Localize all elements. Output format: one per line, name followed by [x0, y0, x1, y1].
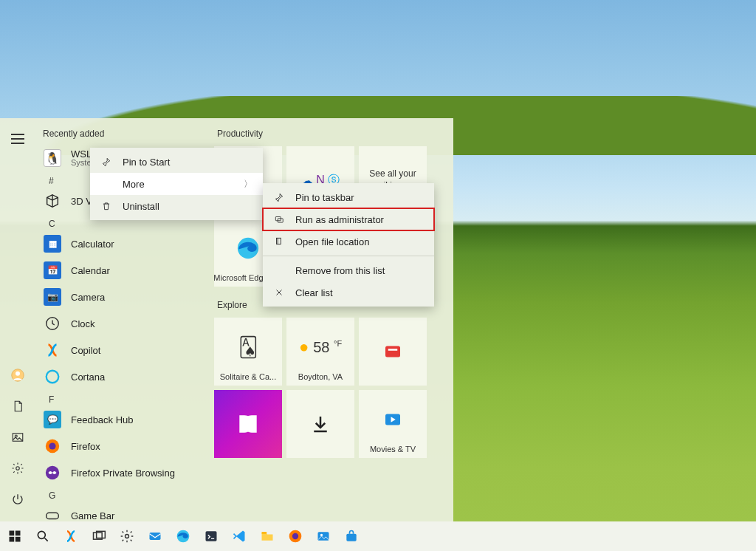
app-feedback-hub[interactable]: 💬Feedback Hub: [38, 406, 208, 433]
submenu-run-admin[interactable]: Run as administrator: [263, 208, 434, 230]
nav-hamburger-button[interactable]: [4, 126, 31, 152]
taskbar-vscode[interactable]: [227, 524, 251, 548]
menu-uninstall[interactable]: Uninstall: [90, 195, 263, 217]
app-label: Firefox: [71, 441, 204, 452]
taskbar-taskview[interactable]: [87, 524, 111, 548]
tile-download[interactable]: [286, 390, 354, 458]
app-label: Camera: [71, 292, 204, 303]
svg-rect-17: [277, 238, 281, 244]
taskbar-terminal[interactable]: [199, 524, 223, 548]
letter-header-f[interactable]: F: [38, 390, 208, 406]
menu-label: More: [123, 179, 233, 190]
svg-rect-19: [16, 531, 21, 536]
menu-label: Clear list: [295, 287, 333, 298]
pin-icon: [100, 156, 112, 168]
power-button[interactable]: [4, 486, 31, 513]
group-productivity-title[interactable]: Productivity: [217, 129, 446, 139]
trash-icon: [100, 200, 112, 212]
taskbar-firefox[interactable]: [284, 524, 307, 548]
user-account-button[interactable]: [4, 362, 31, 389]
app-label: Feedback Hub: [71, 414, 204, 425]
menu-label: Uninstall: [123, 201, 252, 212]
documents-button[interactable]: [4, 393, 31, 420]
app-label: Calculator: [71, 239, 204, 250]
menu-label: Pin to taskbar: [295, 192, 354, 203]
svg-point-6: [47, 371, 59, 383]
taskbar-edge[interactable]: [171, 524, 195, 548]
tile-label: Boydton, VA: [298, 372, 343, 381]
app-calendar[interactable]: 📅Calendar: [38, 257, 208, 284]
svg-rect-21: [16, 537, 21, 542]
settings-button[interactable]: [4, 455, 31, 482]
menu-label: Remove from this list: [295, 265, 385, 276]
tile-label: Solitaire & Ca...: [220, 372, 276, 381]
menu-label: Run as administrator: [295, 214, 384, 225]
menu-more[interactable]: More 〉: [90, 173, 263, 195]
svg-rect-13: [388, 349, 398, 351]
taskbar-copilot[interactable]: [59, 524, 83, 548]
app-firefox-private[interactable]: Firefox Private Browsing: [38, 459, 208, 486]
app-copilot[interactable]: Copilot: [38, 337, 208, 363]
svg-rect-29: [262, 532, 267, 534]
app-clock[interactable]: Clock: [38, 310, 208, 337]
start-button[interactable]: [3, 524, 27, 548]
submenu-clear-list[interactable]: Clear list: [263, 281, 434, 304]
app-camera[interactable]: 📷Camera: [38, 284, 208, 310]
taskbar-store[interactable]: [340, 524, 363, 548]
app-label: Copilot: [71, 345, 204, 356]
tile-label: Movies & TV: [370, 445, 416, 454]
taskbar-settings[interactable]: [115, 524, 139, 548]
app-label: Clock: [71, 318, 204, 329]
pictures-button[interactable]: [4, 424, 31, 451]
tile-movies-tv[interactable]: Movies & TV: [359, 390, 427, 458]
app-cortana[interactable]: Cortana: [38, 363, 208, 390]
taskbar: [0, 521, 756, 551]
svg-rect-32: [318, 532, 329, 541]
tile-solitaire[interactable]: 🂡Solitaire & Ca...: [214, 318, 282, 386]
tile-news[interactable]: [359, 318, 427, 386]
svg-rect-28: [206, 531, 217, 541]
close-icon: [273, 287, 285, 298]
context-submenu: Pin to taskbar Run as administrator Open…: [263, 183, 434, 307]
svg-point-8: [49, 442, 55, 449]
recently-added-heading: Recently added: [43, 129, 208, 139]
svg-rect-34: [346, 534, 356, 541]
menu-label: Pin to Start: [123, 157, 252, 168]
app-game-bar[interactable]: Game Bar: [38, 502, 208, 521]
taskbar-mail[interactable]: [143, 524, 167, 548]
app-calculator[interactable]: ▦Calculator: [38, 230, 208, 257]
submenu-remove-from-list[interactable]: Remove from this list: [263, 259, 434, 281]
svg-rect-18: [10, 531, 15, 536]
menu-pin-to-start[interactable]: Pin to Start: [90, 151, 263, 173]
app-label: Cortana: [71, 372, 204, 383]
app-label: Firefox Private Browsing: [71, 468, 204, 479]
menu-separator: [263, 256, 434, 256]
svg-point-31: [292, 533, 298, 539]
submenu-open-file-location[interactable]: Open file location: [263, 230, 434, 253]
chevron-right-icon: 〉: [244, 178, 252, 191]
letter-header-g[interactable]: G: [38, 486, 208, 502]
svg-rect-10: [47, 513, 59, 519]
taskbar-search[interactable]: [31, 524, 55, 548]
submenu-pin-taskbar[interactable]: Pin to taskbar: [263, 186, 434, 208]
taskbar-photos[interactable]: [312, 524, 335, 548]
svg-point-1: [16, 372, 20, 376]
svg-rect-20: [10, 537, 15, 542]
taskbar-explorer[interactable]: [255, 524, 279, 548]
svg-point-22: [38, 531, 45, 538]
tile-dolby[interactable]: [214, 390, 282, 458]
svg-rect-12: [385, 346, 400, 357]
menu-label: Open file location: [295, 236, 369, 247]
shield-icon: [273, 213, 285, 225]
svg-point-4: [16, 467, 20, 470]
app-label: Calendar: [71, 265, 204, 276]
context-menu: Pin to Start More 〉 Uninstall: [90, 148, 263, 220]
app-label: Game Bar: [71, 510, 204, 521]
pin-icon: [273, 191, 285, 203]
tile-label: Microsoft Edge: [213, 273, 267, 282]
folder-icon: [273, 236, 285, 247]
svg-point-25: [126, 535, 129, 538]
app-firefox[interactable]: Firefox: [38, 433, 208, 459]
svg-rect-26: [150, 533, 161, 540]
tile-weather[interactable]: ●58 °F Boydton, VA: [286, 318, 354, 386]
